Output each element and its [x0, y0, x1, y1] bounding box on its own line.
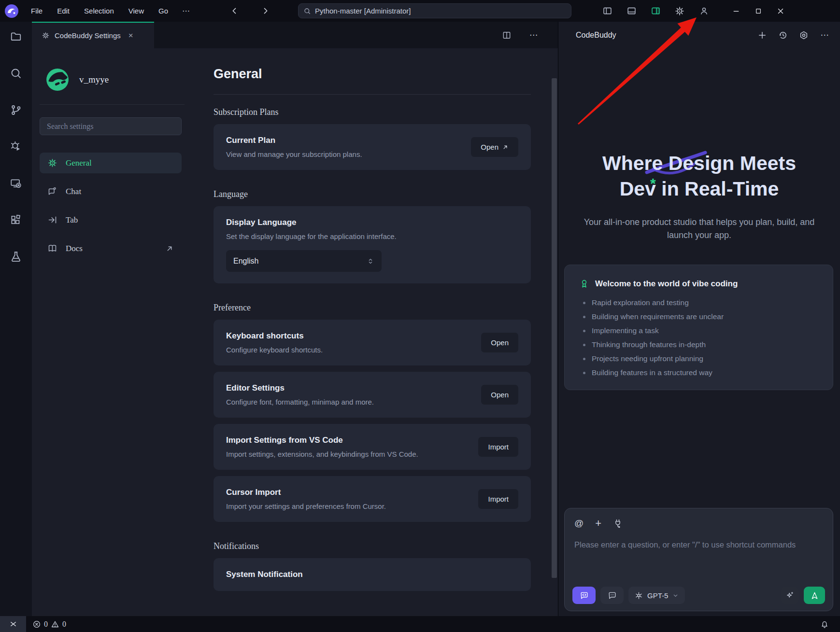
attach-plus-icon[interactable]: + [595, 517, 601, 530]
open-plan-button[interactable]: Open [471, 137, 518, 157]
search-sidebar-icon[interactable] [10, 67, 22, 80]
sidebar-divider [40, 104, 185, 105]
settings-page: v_myye General [32, 48, 558, 616]
error-icon [33, 620, 41, 628]
account-row[interactable]: v_myye [40, 68, 191, 92]
chat-input[interactable]: Please enter a question, or enter "/" to… [574, 540, 823, 549]
settings-search-input[interactable] [47, 122, 174, 131]
settings-nav-tab[interactable]: Tab [40, 210, 182, 230]
mcp-plug-icon[interactable] [613, 519, 623, 528]
settings-nav-label: Chat [66, 187, 81, 197]
editor-actions: ⋯ [498, 22, 558, 48]
bullet-dot [583, 302, 585, 304]
menu-selection[interactable]: Selection [79, 4, 119, 17]
source-control-icon[interactable] [10, 104, 22, 116]
run-debug-icon[interactable] [10, 140, 22, 153]
error-count: 0 [44, 620, 48, 629]
settings-gear-button[interactable] [671, 4, 688, 18]
panel-more-icon[interactable]: ⋯ [819, 29, 830, 41]
settings-search-box[interactable] [40, 117, 182, 135]
menu-overflow[interactable]: ⋯ [177, 6, 196, 15]
external-link-icon [502, 144, 509, 151]
enhance-sparkle-icon[interactable] [781, 587, 799, 604]
welcome-title: Welcome to the world of vibe coding [595, 279, 738, 289]
titlebar-actions [598, 4, 712, 18]
open-editor-settings-button[interactable]: Open [481, 385, 518, 405]
openai-logo-icon [635, 591, 643, 600]
button-label: Import [488, 443, 509, 451]
history-nav [226, 4, 274, 18]
settings-nav-docs[interactable]: Docs [40, 238, 182, 259]
display-language-card: Display Language Set the display languag… [214, 206, 531, 283]
split-editor-icon[interactable] [498, 28, 515, 42]
bullet-dot [583, 330, 585, 332]
tab-close-icon[interactable]: × [128, 31, 133, 41]
extensions-icon[interactable] [10, 214, 22, 226]
book-icon [47, 243, 57, 253]
display-language-select[interactable]: English [226, 250, 382, 272]
close-window-button[interactable] [769, 0, 792, 22]
history-icon[interactable] [777, 29, 789, 41]
menu-go[interactable]: Go [153, 4, 173, 17]
minimize-button[interactable] [725, 0, 747, 22]
open-keyboard-shortcuts-button[interactable]: Open [481, 333, 518, 352]
setting-title: Import Settings from VS Code [226, 435, 418, 445]
button-label: Open [491, 338, 509, 347]
chat-mode-button[interactable] [600, 587, 624, 604]
bullet-text: Building when requirements are unclear [592, 312, 724, 321]
menu-file[interactable]: File [26, 4, 48, 17]
badge-ribbon-icon [579, 279, 589, 289]
account-button[interactable] [695, 4, 712, 18]
external-link-icon [165, 244, 174, 253]
search-icon [303, 7, 311, 15]
remote-explorer-icon[interactable] [10, 177, 22, 190]
code-mode-button[interactable] [572, 587, 596, 604]
divider [214, 94, 531, 95]
settings-nav: General Chat Tab [40, 153, 182, 259]
welcome-header: Welcome to the world of vibe coding [579, 279, 818, 289]
hero-heading: Where Design Meets Dev in Real-Time [558, 151, 840, 202]
hero-subtitle: Your all-in-one product studio that help… [574, 216, 825, 243]
search-input[interactable] [315, 7, 566, 15]
model-label: GPT-5 [647, 591, 668, 600]
model-selector[interactable]: GPT-5 [628, 587, 685, 604]
menu-view[interactable]: View [123, 4, 149, 17]
settings-nav-general[interactable]: General [40, 153, 182, 173]
chevron-updown-icon [367, 257, 374, 265]
setting-title: Keyboard shortcuts [226, 331, 323, 341]
bullet-text: Building features in a structured way [592, 368, 712, 377]
scrollbar[interactable] [552, 78, 557, 578]
settings-nav-chat[interactable]: Chat [40, 181, 182, 202]
button-label: Import [488, 495, 509, 503]
section-heading-notifications: Notifications [214, 541, 531, 551]
notifications-bell-icon[interactable] [820, 618, 832, 631]
gear-icon [42, 31, 50, 40]
remote-indicator[interactable] [0, 616, 26, 632]
command-center-search[interactable] [298, 3, 571, 18]
toggle-bottom-panel-button[interactable] [623, 4, 640, 18]
bullet-dot [583, 316, 585, 318]
select-value: English [233, 257, 258, 266]
explorer-folder-icon[interactable] [10, 30, 22, 43]
menu-edit[interactable]: Edit [52, 4, 75, 17]
testing-flask-icon[interactable] [10, 251, 22, 263]
send-button[interactable] [804, 587, 825, 604]
import-vscode-button[interactable]: Import [478, 437, 518, 457]
codebuddy-window: File Edit Selection View Go ⋯ [0, 0, 840, 632]
more-actions-icon[interactable]: ⋯ [525, 28, 542, 42]
setting-info: Keyboard shortcuts Configure keyboard sh… [226, 331, 323, 354]
toggle-right-sidebar-button[interactable] [647, 4, 664, 18]
new-chat-icon[interactable] [756, 29, 768, 41]
setting-info: Cursor Import Import your settings and p… [226, 488, 386, 510]
chat-composer[interactable]: @ + Please enter a question, or enter "/… [564, 508, 833, 611]
panel-settings-icon[interactable] [798, 29, 810, 41]
maximize-button[interactable] [747, 0, 769, 22]
forward-button[interactable] [256, 4, 274, 18]
mention-icon[interactable]: @ [574, 518, 584, 529]
problems-indicator[interactable]: 0 0 [33, 620, 66, 629]
current-plan-info: Current Plan View and manage your subscr… [226, 136, 362, 158]
import-cursor-button[interactable]: Import [478, 489, 518, 509]
toggle-left-sidebar-button[interactable] [598, 4, 616, 18]
tab-codebuddy-settings[interactable]: CodeBuddy Settings × [32, 22, 154, 48]
back-button[interactable] [226, 4, 243, 18]
